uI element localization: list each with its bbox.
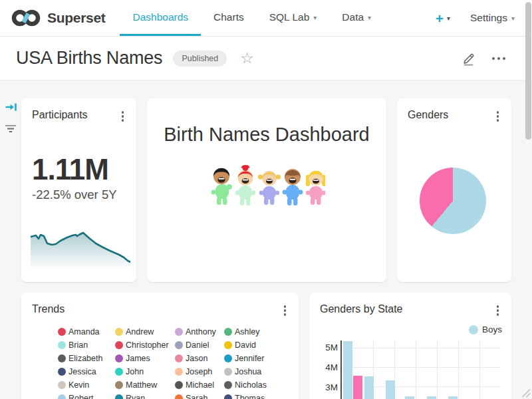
legend-item[interactable]: Anthony bbox=[175, 325, 224, 338]
legend-color-dot bbox=[175, 328, 183, 336]
boys-legend-item[interactable]: Boys bbox=[469, 325, 502, 334]
legend-label: Sarah bbox=[186, 394, 207, 399]
legend-item[interactable]: David bbox=[224, 338, 291, 352]
dashboard-header: USA Births Names Published ☆ bbox=[0, 37, 532, 80]
legend-item[interactable]: Thomas bbox=[224, 392, 291, 399]
nav-right-cluster: + ▾ Settings ▾ bbox=[436, 0, 532, 36]
legend-label: Elizabeth bbox=[68, 354, 102, 363]
legend-item[interactable]: Michael bbox=[175, 378, 224, 392]
filter-icon[interactable] bbox=[4, 122, 17, 135]
participants-trendline-chart bbox=[31, 223, 130, 267]
legend-item[interactable]: Amanda bbox=[58, 325, 115, 338]
legend-label: Michael bbox=[186, 380, 214, 390]
card-genders: Genders bbox=[397, 98, 511, 282]
legend-label: Boys bbox=[482, 325, 502, 334]
resize-handle[interactable] bbox=[521, 388, 531, 398]
legend-item[interactable]: Nicholas bbox=[224, 378, 291, 392]
legend-label: Kevin bbox=[68, 380, 89, 390]
legend-item[interactable]: Brian bbox=[58, 338, 115, 352]
legend-item[interactable]: Andrew bbox=[115, 325, 175, 338]
chart-kebab-menu[interactable] bbox=[493, 109, 503, 124]
chart-kebab-menu[interactable] bbox=[281, 303, 290, 318]
settings-menu[interactable]: Settings ▾ bbox=[470, 12, 515, 24]
legend-label: Nicholas bbox=[235, 380, 267, 390]
legend-label: John bbox=[126, 367, 144, 376]
legend-item[interactable]: Ryan bbox=[115, 392, 175, 399]
legend-item[interactable]: Ashley bbox=[224, 325, 291, 338]
children-illustration bbox=[209, 164, 325, 208]
legend-color-dot bbox=[175, 381, 183, 389]
big-number-subheader: -22.5% over 5Y bbox=[32, 188, 117, 202]
chevron-down-icon: ▾ bbox=[447, 15, 450, 22]
nav-item-sql-lab[interactable]: SQL Lab ▾ bbox=[257, 0, 330, 36]
chart-title: Genders bbox=[408, 109, 448, 121]
brand-text: Superset bbox=[47, 10, 105, 26]
favorite-star-icon[interactable]: ☆ bbox=[240, 51, 254, 66]
new-item-button[interactable]: + ▾ bbox=[436, 11, 450, 25]
legend-label: Joseph bbox=[186, 367, 212, 376]
legend-color-dot bbox=[469, 325, 478, 334]
legend-item[interactable]: Matthew bbox=[115, 378, 175, 392]
expand-filter-bar-button[interactable] bbox=[4, 100, 17, 114]
legend-color-dot bbox=[175, 341, 183, 349]
trends-legend: AmandaAndrewAnthonyAshleyBrianChristophe… bbox=[58, 325, 291, 399]
bar-boys bbox=[405, 396, 414, 399]
legend-label: Ryan bbox=[126, 394, 145, 399]
legend-item[interactable]: Daniel bbox=[175, 338, 224, 352]
legend-color-dot bbox=[175, 394, 183, 399]
legend-color-dot bbox=[175, 354, 183, 362]
chevron-down-icon: ▾ bbox=[368, 15, 371, 21]
legend-item[interactable]: Jessica bbox=[58, 365, 115, 378]
legend-item[interactable]: Sarah bbox=[175, 392, 224, 399]
markdown-heading: Birth Names Dashboard bbox=[147, 124, 386, 146]
legend-item[interactable]: John bbox=[115, 365, 175, 378]
legend-color-dot bbox=[224, 341, 232, 349]
y-axis-tick-label: 4M bbox=[325, 362, 338, 372]
main-menu: Dashboards Charts SQL Lab ▾ Data ▾ bbox=[120, 0, 384, 36]
edit-pencil-button[interactable] bbox=[462, 51, 476, 66]
legend-item[interactable]: Christopher bbox=[115, 338, 175, 352]
superset-logo[interactable]: Superset bbox=[0, 0, 105, 36]
vertical-scrollbar[interactable] bbox=[525, 2, 531, 140]
chart-title: Genders by State bbox=[320, 303, 403, 315]
legend-color-dot bbox=[115, 381, 123, 389]
chart-kebab-menu[interactable] bbox=[493, 303, 503, 318]
page-title: USA Births Names bbox=[16, 48, 162, 68]
legend-label: Jessica bbox=[68, 367, 96, 376]
legend-item[interactable]: Jennifer bbox=[224, 352, 291, 365]
more-actions-button[interactable] bbox=[489, 55, 508, 63]
legend-item[interactable]: Robert bbox=[58, 392, 115, 399]
legend-color-dot bbox=[224, 328, 232, 336]
chart-kebab-menu[interactable] bbox=[118, 109, 128, 124]
legend-color-dot bbox=[58, 368, 66, 376]
nav-item-data[interactable]: Data ▾ bbox=[329, 0, 384, 36]
bar-chart-plot bbox=[340, 340, 500, 399]
chart-title: Participants bbox=[32, 109, 88, 121]
arrow-right-to-bar-icon bbox=[5, 101, 17, 113]
legend-item[interactable]: Joseph bbox=[175, 365, 224, 378]
legend-color-dot bbox=[58, 341, 66, 349]
legend-label: James bbox=[126, 354, 150, 363]
nav-item-dashboards[interactable]: Dashboards bbox=[120, 0, 201, 36]
filter-bar-collapsed bbox=[4, 100, 17, 135]
legend-item[interactable]: Joshua bbox=[224, 365, 291, 378]
legend-item[interactable]: Elizabeth bbox=[58, 352, 115, 365]
chevron-down-icon: ▾ bbox=[313, 15, 317, 21]
bar-boys bbox=[448, 396, 458, 399]
legend-label: Robert bbox=[68, 394, 94, 399]
legend-item[interactable]: Kevin bbox=[58, 378, 115, 392]
bar-boys bbox=[343, 341, 352, 399]
legend-label: David bbox=[235, 340, 256, 350]
chart-title: Trends bbox=[32, 303, 65, 315]
card-trends: Trends AmandaAndrewAnthonyAshleyBrianChr… bbox=[21, 293, 299, 399]
published-badge[interactable]: Published bbox=[173, 51, 227, 66]
bar-girls bbox=[353, 376, 362, 399]
legend-color-dot bbox=[58, 328, 66, 336]
card-participants: Participants 1.11M -22.5% over 5Y bbox=[21, 98, 136, 282]
nav-item-charts[interactable]: Charts bbox=[201, 0, 257, 36]
legend-item[interactable]: James bbox=[115, 352, 175, 365]
legend-item[interactable]: Jason bbox=[175, 352, 224, 365]
legend-color-dot bbox=[58, 394, 66, 399]
bar-boys bbox=[427, 396, 436, 399]
legend-color-dot bbox=[224, 381, 232, 389]
